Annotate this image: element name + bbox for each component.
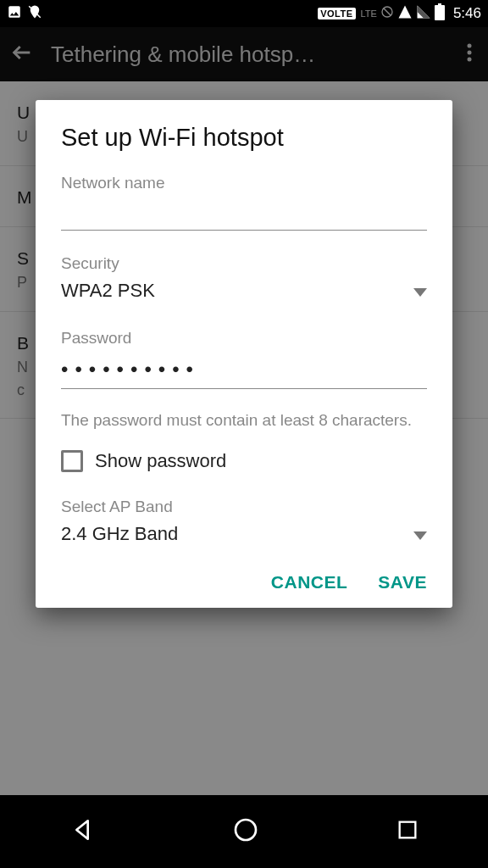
password-helper-text: The password must contain at least 8 cha… [61, 409, 427, 431]
network-name-field: Network name [61, 174, 427, 231]
ap-band-value: 2.4 GHz Band [61, 523, 178, 545]
nav-back-icon[interactable] [69, 816, 96, 847]
cancel-button[interactable]: CANCEL [271, 572, 348, 593]
status-bar: VOLTE LTE 5:46 [0, 0, 488, 27]
security-value: WPA2 PSK [61, 280, 155, 302]
show-password-label: Show password [95, 450, 226, 472]
signal-icon [397, 4, 413, 24]
ap-band-label: Select AP Band [61, 498, 427, 516]
network-name-input[interactable] [61, 194, 427, 231]
nav-home-icon[interactable] [232, 816, 259, 847]
svg-rect-3 [435, 5, 445, 20]
nav-recents-icon[interactable] [396, 818, 419, 845]
chevron-down-icon [413, 280, 427, 302]
do-not-disturb-icon [380, 5, 394, 23]
ap-band-field: Select AP Band 2.4 GHz Band [61, 498, 427, 548]
battery-icon [435, 3, 445, 25]
dialog-title: Set up Wi-Fi hotspot [61, 124, 427, 152]
navigation-bar [0, 795, 488, 868]
password-field: Password •••••••••• [61, 329, 427, 389]
lte-text: LTE [361, 8, 377, 19]
security-label: Security [61, 254, 427, 273]
status-clock: 5:46 [453, 5, 481, 22]
security-select[interactable]: WPA2 PSK [61, 275, 427, 305]
dialog-actions: CANCEL SAVE [61, 564, 427, 593]
image-icon [7, 4, 22, 24]
ap-band-select[interactable]: 2.4 GHz Band [61, 518, 427, 548]
save-button[interactable]: SAVE [378, 572, 427, 593]
password-label: Password [61, 329, 427, 348]
password-input[interactable]: •••••••••• [61, 349, 427, 389]
chevron-down-icon [413, 523, 427, 545]
signal-icon-2 [416, 4, 431, 24]
network-name-label: Network name [61, 174, 427, 192]
svg-rect-4 [438, 3, 441, 5]
location-off-icon [27, 4, 42, 24]
wifi-hotspot-dialog: Set up Wi-Fi hotspot Network name Securi… [36, 100, 452, 608]
checkbox-icon [61, 450, 83, 472]
volte-badge: VOLTE [318, 8, 355, 19]
security-field: Security WPA2 PSK [61, 254, 427, 305]
svg-point-8 [236, 820, 256, 840]
svg-rect-9 [400, 822, 416, 838]
show-password-checkbox[interactable]: Show password [61, 450, 427, 472]
svg-line-2 [384, 8, 391, 15]
